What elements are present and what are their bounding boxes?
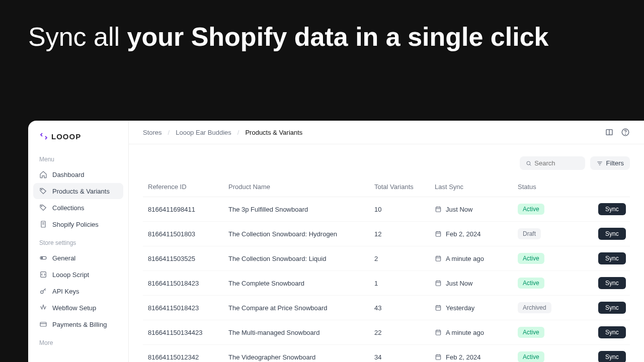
sidebar-item-collections[interactable]: Collections (33, 200, 123, 216)
cell-last-sync: Feb 2, 2024 (435, 353, 518, 361)
svg-rect-9 (40, 322, 46, 326)
cell-total-variants: 12 (374, 230, 435, 238)
cell-total-variants: 22 (374, 329, 435, 336)
sidebar-item-webflow-setup[interactable]: Webflow Setup (33, 300, 123, 316)
help-icon[interactable] (621, 128, 630, 137)
products-table: Reference ID Product Name Total Variants… (129, 177, 644, 362)
main-content: Stores / Looop Ear Buddies / Products & … (129, 121, 644, 362)
sync-button[interactable]: Sync (598, 351, 626, 362)
cell-last-sync: A minute ago (435, 255, 518, 262)
cell-last-sync: A minute ago (435, 329, 518, 336)
cell-product-name: The Multi-managed Snowboard (228, 329, 374, 336)
topbar: Stores / Looop Ear Buddies / Products & … (129, 121, 644, 144)
sidebar-item-label: API Keys (52, 288, 79, 295)
calendar-icon (435, 206, 442, 213)
card-icon (39, 320, 47, 328)
logo-icon (39, 132, 48, 141)
sidebar-item-label: Payments & Billing (52, 321, 107, 328)
sidebar-item-products-variants[interactable]: Products & Variants (33, 183, 123, 199)
hero-banner: Sync all your Shopify data in a single c… (0, 0, 644, 64)
toolbar: Filters (129, 144, 644, 177)
script-icon (39, 270, 47, 279)
cell-status: Active (518, 351, 598, 362)
cell-total-variants: 1 (374, 280, 435, 287)
calendar-icon (435, 280, 442, 287)
sidebar-item-general[interactable]: General (33, 250, 123, 266)
table-row[interactable]: 81664115018423 The Compare at Price Snow… (143, 296, 630, 320)
cell-last-sync: Feb 2, 2024 (435, 230, 518, 238)
sidebar-item-api-keys[interactable]: API Keys (33, 283, 123, 299)
docs-icon[interactable] (605, 128, 614, 137)
logo[interactable]: LOOOP (33, 130, 123, 141)
status-badge: Active (518, 278, 544, 289)
cell-reference-id: 81664115012342 (148, 353, 228, 361)
svg-rect-32 (436, 281, 440, 286)
svg-rect-20 (436, 207, 440, 212)
table-row[interactable]: 81664115018423 The Complete Snowboard 1 … (143, 271, 630, 296)
svg-rect-36 (436, 306, 440, 310)
search-box[interactable] (520, 156, 585, 170)
cell-reference-id: 8166411501803 (148, 230, 228, 238)
col-reference-id: Reference ID (148, 183, 228, 191)
col-total-variants: Total Variants (374, 183, 435, 191)
sidebar-item-shopify-policies[interactable]: Shopify Policies (33, 216, 123, 232)
sync-button[interactable]: Sync (598, 326, 626, 338)
sync-button[interactable]: Sync (598, 302, 626, 314)
sync-button[interactable]: Sync (598, 203, 626, 215)
breadcrumb-store-name[interactable]: Looop Ear Buddies (176, 129, 231, 136)
sync-button[interactable]: Sync (598, 228, 626, 240)
cell-total-variants: 2 (374, 255, 435, 262)
cell-total-variants: 43 (374, 304, 435, 312)
sidebar-item-payments-billing[interactable]: Payments & Billing (33, 316, 123, 332)
sidebar-item-dashboard[interactable]: Dashboard (33, 166, 123, 183)
svg-line-16 (529, 164, 530, 165)
table-row[interactable]: 8166411698411 The 3p Fulfilled Snowboard… (143, 197, 630, 222)
table-row[interactable]: 8166411501803 The Collection Snowboard: … (143, 222, 630, 246)
filters-button[interactable]: Filters (590, 156, 630, 170)
table-row[interactable]: 8166411503525 The Collection Snowboard: … (143, 246, 630, 271)
svg-rect-28 (436, 256, 440, 261)
sidebar-section-more: More (33, 336, 123, 349)
toggle-icon (39, 254, 47, 262)
svg-point-8 (41, 291, 43, 293)
search-icon (526, 160, 532, 167)
search-input[interactable] (534, 159, 579, 167)
cell-last-sync: Yesterday (435, 304, 518, 312)
svg-point-14 (625, 134, 626, 134)
status-badge: Archived (518, 302, 551, 313)
table-row[interactable]: 816641150134423 The Multi-managed Snowbo… (143, 320, 630, 345)
svg-rect-44 (436, 355, 440, 359)
cell-product-name: The Collection Snowboard: Hydrogen (228, 230, 374, 238)
hero-title: Sync all your Shopify data in a single c… (28, 20, 616, 54)
sidebar-item-looop-script[interactable]: Looop Script (33, 266, 123, 283)
table-row[interactable]: 81664115012342 The Videographer Snowboar… (143, 345, 630, 362)
topbar-actions (605, 128, 630, 137)
col-status: Status (518, 183, 598, 191)
filter-icon (596, 160, 603, 167)
sync-button[interactable]: Sync (598, 277, 626, 289)
cell-product-name: The 3p Fulfilled Snowboard (228, 206, 374, 213)
cell-status: Draft (518, 228, 598, 239)
calendar-icon (435, 230, 442, 237)
webflow-icon (39, 304, 47, 312)
breadcrumb-current: Products & Variants (245, 129, 302, 136)
cell-status: Active (518, 253, 598, 264)
cell-status: Archived (518, 302, 598, 313)
cell-last-sync: Just Now (435, 206, 518, 213)
svg-point-15 (527, 161, 530, 165)
svg-rect-24 (436, 232, 440, 236)
col-product-name: Product Name (228, 183, 374, 191)
table-header: Reference ID Product Name Total Variants… (143, 177, 630, 197)
status-badge: Active (518, 327, 544, 338)
cell-total-variants: 10 (374, 206, 435, 213)
col-last-sync: Last Sync (435, 183, 518, 191)
status-badge: Active (518, 253, 544, 264)
cell-status: Active (518, 327, 598, 338)
tag-icon (39, 187, 47, 195)
cell-product-name: The Videographer Snowboard (228, 353, 374, 361)
breadcrumb-stores[interactable]: Stores (143, 129, 162, 136)
home-icon (39, 170, 47, 178)
sync-button[interactable]: Sync (598, 252, 626, 264)
cell-total-variants: 34 (374, 353, 435, 361)
sidebar-item-label: Collections (52, 204, 85, 212)
